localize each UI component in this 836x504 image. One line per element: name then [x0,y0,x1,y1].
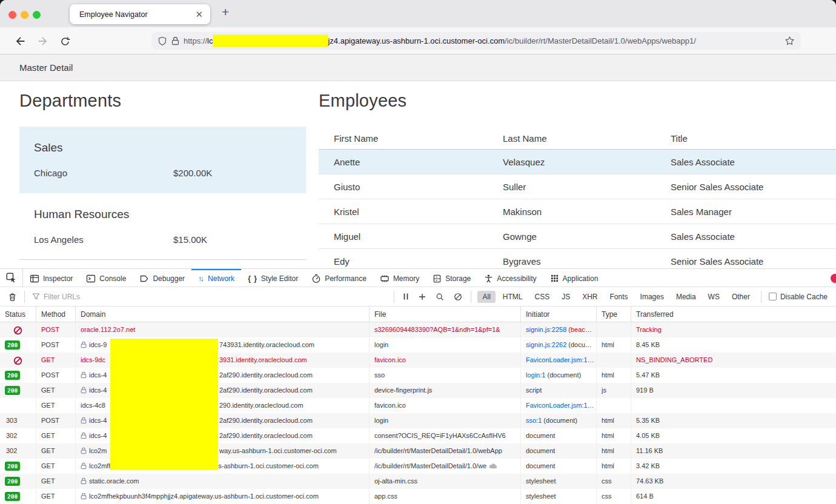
status-cell [0,322,36,337]
pick-element-icon[interactable] [0,269,23,287]
reload-button[interactable] [57,33,73,49]
initiator-link[interactable]: signin.js:2258 [526,326,566,333]
shield-icon[interactable] [158,36,167,46]
employee-row[interactable]: MiguelGowngeSales Associate [319,224,836,249]
devtools-tab-storage[interactable]: Storage [426,269,477,287]
block-request-icon[interactable] [454,293,462,301]
domain-prefix: idcs-4 [89,417,107,424]
type-filter-html[interactable]: HTML [498,291,528,303]
employees-heading: Employees [319,91,406,111]
status-cell: 200 [0,489,36,504]
type-cell: html [597,368,631,383]
method-cell: GET [36,383,76,398]
initiator-link[interactable]: login:1 [526,371,545,379]
network-request-row[interactable]: POSToracle.112.2o7.nets32696094483390?AQ… [0,322,836,337]
devtools-tab-debugger[interactable]: Debugger [133,269,191,287]
type-filter-other[interactable]: Other [727,291,755,303]
minimize-window-button[interactable] [21,11,28,19]
file-cell: oj-alta-min.css [370,474,521,489]
employee-row[interactable]: AnetteVelasquezSales Associate [319,150,836,174]
browser-tab[interactable]: Employee Navigator ✕ [70,4,210,24]
devtools-tab-performance[interactable]: Performance [305,269,373,287]
close-window-button[interactable] [8,11,16,19]
maximize-window-button[interactable] [33,11,41,19]
employees-column-header: First Name [334,133,378,144]
file-text: app.css [374,492,397,500]
file-text: device-fingerprint.js [374,386,432,394]
initiator-text: script [526,386,542,394]
devtools-tab-label: Storage [445,274,471,283]
employee-row[interactable]: KristelMakinsonSales Manager [319,199,836,224]
bookmark-star-icon[interactable] [785,36,795,46]
disable-cache-checkbox[interactable] [769,293,777,300]
devtools-tab-memory[interactable]: Memory [373,269,426,287]
performance-icon [311,274,321,284]
network-column-header[interactable]: File [370,307,521,322]
add-request-icon[interactable] [419,293,426,300]
status-cell: 200 [0,459,36,474]
back-button[interactable] [12,33,28,49]
initiator-cell: stylesheet [521,474,597,489]
devtools-tab-accessibility[interactable]: Accessibility [477,269,543,287]
employee-row[interactable]: GiustoSullerSenior Sales Associate [319,174,836,199]
redaction-highlight [110,339,218,469]
new-tab-button[interactable]: + [222,5,229,19]
cached-icon [489,463,497,469]
network-column-header[interactable]: Domain [76,307,370,322]
employee-row[interactable]: EdyBygravesSenior Sales Associate [319,249,836,268]
file-text: /ic/builder/rt/MasterDetailDetail/1.0/we [374,462,486,469]
devtools-tab-inspector[interactable]: Inspector [23,269,79,287]
type-filter-ws[interactable]: WS [703,291,725,303]
filter-urls-input[interactable] [44,293,370,301]
devtools-tab-network[interactable]: ↑↓Network [191,269,241,287]
storage-icon [433,274,442,284]
app-content: Departments Employees SalesChicago$200.0… [0,81,836,268]
tab-close-icon[interactable]: ✕ [195,9,203,20]
clear-requests-trash-icon[interactable] [0,292,24,302]
type-filter-js[interactable]: JS [557,291,575,303]
employees-table: First NameLast NameTitleAnetteVelasquezS… [319,127,836,268]
devtools-tab-console[interactable]: Console [79,269,133,287]
domain-suffix: 2af290.identity.oraclecloud.com [219,383,313,398]
devtools-tab-application[interactable]: Application [543,269,605,287]
search-icon[interactable] [436,293,444,301]
network-request-row[interactable]: 200GETstatic.oracle.comoj-alta-min.cssst… [0,474,836,489]
network-column-header[interactable]: Status [0,307,36,322]
pause-recording-icon[interactable] [403,293,409,300]
domain-suffix: way.us-ashburn-1.oci.customer-oci.com [219,443,337,459]
type-filter-images[interactable]: Images [635,291,669,303]
status-badge: 200 [5,340,20,350]
devtools-tab-style-editor[interactable]: { }Style Editor [241,269,305,287]
network-column-header[interactable]: Transferred [631,307,836,322]
type-filter-fonts[interactable]: Fonts [605,291,633,303]
network-column-header[interactable]: Type [597,307,631,322]
initiator-link[interactable]: signin.js:2262 [526,341,566,348]
url-bar[interactable]: https://lc jz4.apigateway.us-ashburn-1.o… [151,32,801,50]
transferred-cell: Tracking [631,322,836,337]
initiator-link[interactable]: FaviconLoader.jsm:1… [526,356,594,363]
type-filter-media[interactable]: Media [671,291,701,303]
type-filter-css[interactable]: CSS [529,291,554,303]
network-column-header[interactable]: Initiator [521,307,597,322]
disable-cache-control[interactable]: Disable Cache [761,293,836,301]
initiator-link[interactable]: sso:1 [526,417,542,424]
type-filter-all[interactable]: All [477,291,495,303]
file-text: login [374,417,388,424]
devtools-tab-bar: InspectorConsoleDebugger↑↓Network{ }Styl… [0,269,836,287]
type-filter-xhr[interactable]: XHR [577,291,602,303]
network-column-header[interactable]: Method [36,307,76,322]
lock-icon [81,447,87,454]
forward-button[interactable] [35,33,51,49]
devtools-tab-label: Inspector [43,274,73,283]
lock-icon [81,386,87,394]
initiator-link[interactable]: FaviconLoader.jsm:1… [526,402,594,409]
initiator-detail: (docu… [566,341,592,348]
devtools-tab-label: Memory [393,274,419,283]
department-list-item[interactable]: SalesChicago$200.00K [19,127,306,193]
lock-icon [81,432,87,439]
status-badge: 200 [5,371,20,380]
lock-icon[interactable] [171,36,179,45]
department-list-item[interactable]: Human ResourcesLos Angeles$15.00K [19,193,306,260]
network-request-row[interactable]: 200GETlco2mfhekpbuunh3f4mpphjjz4.apigate… [0,489,836,504]
browser-window: Employee Navigator ✕ + https://lc jz4.ap [0,0,836,504]
